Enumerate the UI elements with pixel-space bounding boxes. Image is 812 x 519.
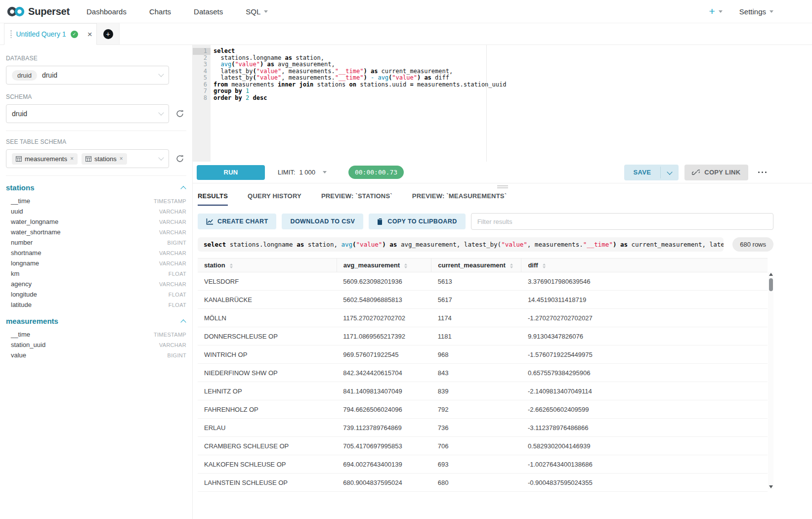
table-cell: -3.112378976486866 <box>521 419 768 437</box>
table-cell: 3.3769017980639546 <box>521 272 768 291</box>
table-cell: 1171.0869565217392 <box>337 327 431 346</box>
table-row[interactable]: KALKOFEN SCHLEUSE OP694.0027643400139693… <box>198 455 768 474</box>
results-tab-query-history[interactable]: QUERY HISTORY <box>248 192 301 206</box>
results-tab-preview-stations[interactable]: PREVIEW: `STATIONS` <box>321 192 392 206</box>
sql-editor[interactable]: 12345678 select stations.longname as sta… <box>193 45 812 162</box>
table-row[interactable]: FAHRENHOLZ OP794.6626506024096792-2.6626… <box>198 400 768 419</box>
table-cell: 1174 <box>431 309 521 327</box>
chevron-down-icon <box>158 110 164 115</box>
nav-item-datasets[interactable]: Datasets <box>194 7 223 16</box>
table-chip-measurements[interactable]: measurements× <box>12 153 78 165</box>
table-row[interactable]: KANALBRÜCKE5602.548096885813561714.45190… <box>198 291 768 309</box>
scroll-down-icon[interactable] <box>769 485 773 488</box>
sort-icon[interactable] <box>230 263 233 268</box>
table-cell: 5617 <box>431 291 521 309</box>
table-row[interactable]: NIEDERFINOW SHW OP842.34244206157048430.… <box>198 364 768 382</box>
save-button[interactable]: SAVE <box>624 165 661 180</box>
table-cell: -2.1409813407049114 <box>521 382 768 400</box>
new-item-button[interactable]: + <box>709 5 723 17</box>
superset-brand[interactable]: Superset <box>7 6 70 17</box>
caret-down-icon <box>264 10 268 13</box>
table-cell: KANALBRÜCKE <box>198 291 337 309</box>
column-header-station[interactable]: station <box>198 259 337 272</box>
add-query-tab[interactable]: + <box>97 23 120 44</box>
run-button[interactable]: RUN <box>197 165 265 180</box>
sort-icon[interactable] <box>404 263 407 268</box>
results-body: VELSDORF5609.62309820193656133.376901798… <box>198 272 768 492</box>
executed-query-preview[interactable]: select stations.longname as station, avg… <box>198 237 724 252</box>
column-row: numberBIGINT <box>6 237 186 248</box>
results-tab-preview-measurements[interactable]: PREVIEW: `MEASUREMENTS` <box>412 192 507 206</box>
code-line: stations.longname as station, <box>211 55 812 62</box>
table-name: measurements <box>6 317 58 325</box>
filter-results-input[interactable] <box>471 213 773 230</box>
more-options-button[interactable] <box>757 169 768 176</box>
table-cell: -2.662650602409599 <box>521 400 768 419</box>
table-row[interactable]: LAHNSTEIN SCHLEUSE OP680.900483759502468… <box>198 474 768 492</box>
results-tab-results[interactable]: RESULTS <box>198 192 228 206</box>
table-row[interactable]: VELSDORF5609.62309820193656133.376901798… <box>198 272 768 291</box>
create-chart-button[interactable]: CREATE CHART <box>198 214 276 229</box>
table-cell: 14.45190311418719 <box>521 291 768 309</box>
sort-icon[interactable] <box>543 263 546 268</box>
save-options-button[interactable] <box>661 165 679 180</box>
limit-dropdown[interactable]: LIMIT: 1 000 <box>278 169 327 176</box>
table-section-stations[interactable]: stations <box>6 183 185 192</box>
pane-resize-handle[interactable] <box>193 183 812 189</box>
table-row[interactable]: MÖLLN1175.27027027027021174-1.2702702702… <box>198 309 768 327</box>
table-row[interactable]: DONNERSCHLEUSE OP1171.086956521739211819… <box>198 327 768 346</box>
query-summary-row: select stations.longname as station, avg… <box>198 237 773 252</box>
close-tab-icon[interactable]: × <box>87 30 92 39</box>
schema-select[interactable]: druid <box>6 104 169 123</box>
scrollbar-thumb[interactable] <box>769 278 773 291</box>
table-row[interactable]: CRAMBERG SCHLEUSE OP705.4170697995853706… <box>198 437 768 455</box>
results-scrollbar[interactable] <box>768 272 773 489</box>
column-row: kmFLOAT <box>6 268 186 279</box>
column-row: __timeTIMESTAMP <box>6 329 186 340</box>
column-header-avg-measurement[interactable]: avg_measurement <box>337 259 431 272</box>
table-row[interactable]: LEHNITZ OP841.1409813407049839-2.1409813… <box>198 382 768 400</box>
nav-menu: DashboardsChartsDatasetsSQL <box>86 7 268 16</box>
table-section-measurements[interactable]: measurements <box>6 317 185 325</box>
settings-menu[interactable]: Settings <box>739 7 773 16</box>
column-name: uuid <box>11 208 23 215</box>
nav-right: + Settings <box>709 5 773 17</box>
drag-handle-icon[interactable] <box>10 30 12 38</box>
nav-item-dashboards[interactable]: Dashboards <box>86 7 127 16</box>
table-chip-stations[interactable]: stations× <box>82 153 127 165</box>
refresh-tables-icon[interactable] <box>175 154 184 163</box>
scroll-up-icon[interactable] <box>769 273 773 276</box>
nav-item-charts[interactable]: Charts <box>149 7 171 16</box>
chip-label: stations <box>94 155 117 163</box>
download-csv-button[interactable]: DOWNLOAD TO CSV <box>282 214 363 229</box>
line-number: 6 <box>193 82 211 88</box>
table-row[interactable]: WINTRICH OP969.576071922545968-1.5760719… <box>198 346 768 364</box>
line-number: 2 <box>193 55 211 62</box>
table-cell: 694.0027643400139 <box>337 455 431 474</box>
remove-chip-icon[interactable]: × <box>70 155 74 162</box>
nav-item-sql[interactable]: SQL <box>246 7 268 16</box>
column-header-label: diff <box>528 261 538 269</box>
remove-chip-icon[interactable]: × <box>120 155 123 162</box>
copy-link-button[interactable]: COPY LINK <box>684 165 748 180</box>
table-row[interactable]: ERLAU739.1123789764869736-3.112378976486… <box>198 419 768 437</box>
column-type: TIMESTAMP <box>154 198 186 204</box>
column-name: water_shortname <box>11 228 60 236</box>
query-tab-active[interactable]: Untitled Query 1 ✓ × <box>4 23 97 45</box>
column-row: water_shortnameVARCHAR <box>6 227 186 237</box>
query-tab-strip: Untitled Query 1 ✓ × + <box>0 23 812 45</box>
editor-code[interactable]: select stations.longname as station, avg… <box>211 45 812 162</box>
table-icon <box>16 156 22 162</box>
column-header-label: current_measurement <box>438 261 506 269</box>
sort-icon[interactable] <box>510 263 513 268</box>
table-cell: 968 <box>431 346 521 364</box>
column-header-current-measurement[interactable]: current_measurement <box>431 259 521 272</box>
database-select[interactable]: druid druid <box>6 66 169 85</box>
refresh-schema-icon[interactable] <box>175 109 184 118</box>
table-cell: DONNERSCHLEUSE OP <box>198 327 337 346</box>
table-schema-select[interactable]: measurements×stations× <box>6 149 169 168</box>
column-type: VARCHAR <box>159 342 186 348</box>
copy-clipboard-button[interactable]: COPY TO CLIPBOARD <box>369 214 465 229</box>
column-header-diff[interactable]: diff <box>521 259 768 272</box>
editor-toolbar: RUN LIMIT: 1 000 00:00:00.73 SAVE <box>193 162 812 183</box>
